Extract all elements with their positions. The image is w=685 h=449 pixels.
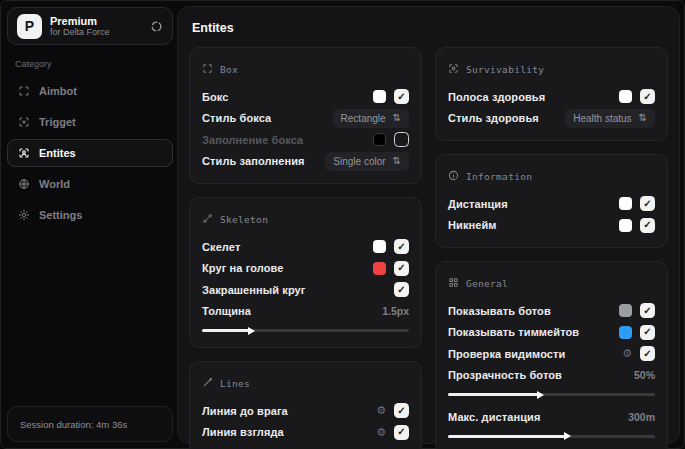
session-duration-text: Session duration: 4m 36s (20, 419, 127, 430)
group-skeleton-header: Skeleton (202, 210, 409, 228)
sidebar-nav: Aimbot Trigget Entites (7, 77, 173, 229)
setting-row-box: Бокс ✓ (202, 86, 409, 108)
dropdown-value: Rectangle (341, 113, 386, 124)
setting-label: Стиль заполнения (202, 155, 305, 167)
refresh-icon[interactable] (150, 20, 163, 33)
group-lines: Lines Линия до врага ⚙ ✓ Линия взгляда ⚙ (189, 361, 422, 449)
check-icon: ✓ (397, 406, 405, 416)
health-style-dropdown[interactable]: Health status ⇅ (565, 109, 655, 128)
slider-thumb[interactable] (537, 391, 544, 399)
dropdown-value: Health status (573, 113, 631, 124)
sidebar-item-entites[interactable]: Entites (7, 139, 173, 167)
main-panel: Entites Box Бокс (177, 6, 680, 444)
checkbox[interactable]: ✓ (640, 89, 655, 104)
box-style-dropdown[interactable]: Rectangle ⇅ (333, 109, 409, 128)
sidebar-item-world[interactable]: World (7, 170, 173, 198)
chevron-updown-icon: ⇅ (393, 156, 401, 166)
setting-label: Бокс (202, 91, 229, 103)
color-swatch[interactable] (619, 197, 632, 210)
color-swatch[interactable] (373, 90, 386, 103)
setting-row-max-distance: Макс. дистанция 300m (448, 406, 655, 428)
setting-label: Круг на голове (202, 262, 283, 274)
sidebar-item-aimbot[interactable]: Aimbot (7, 77, 173, 105)
setting-label: Показывать ботов (448, 305, 551, 317)
color-swatch[interactable] (373, 240, 386, 253)
checkbox[interactable]: ✓ (640, 303, 655, 318)
color-swatch[interactable] (619, 90, 632, 103)
checkbox[interactable]: ✓ (640, 218, 655, 233)
check-icon: ✓ (643, 306, 651, 316)
checkbox[interactable]: ✓ (394, 132, 409, 147)
checkbox[interactable]: ✓ (640, 346, 655, 361)
setting-row-enemy-line: Линия до врага ⚙ ✓ (202, 400, 409, 422)
scan-dot-icon (448, 60, 459, 78)
fill-style-dropdown[interactable]: Single color ⇅ (325, 152, 409, 171)
setting-label: Стиль здоровья (448, 112, 539, 124)
slider-value: 1.5px (382, 305, 409, 317)
sidebar-item-trigget[interactable]: Trigget (7, 108, 173, 136)
setting-row-head-circle: Круг на голове ✓ (202, 258, 409, 280)
bot-opacity-slider[interactable] (448, 393, 655, 396)
group-skeleton: Skeleton Скелет ✓ Круг на голове ✓ (189, 197, 422, 348)
gear-icon[interactable]: ⚙ (376, 405, 386, 416)
check-icon: ✓ (397, 285, 405, 295)
checkbox[interactable]: ✓ (394, 261, 409, 276)
brand-title: Premium (50, 15, 142, 28)
checkbox[interactable]: ✓ (394, 425, 409, 440)
group-title: Skeleton (220, 214, 268, 225)
grid-icon (448, 274, 459, 292)
checkbox[interactable]: ✓ (394, 239, 409, 254)
setting-row-box-style: Стиль бокса Rectangle ⇅ (202, 108, 409, 130)
check-icon: ✓ (643, 92, 651, 102)
dropdown-value: Single color (333, 156, 385, 167)
check-icon: ✓ (643, 220, 651, 230)
session-duration: Session duration: 4m 36s (7, 406, 173, 442)
right-column: Survivability Полоса здоровья ✓ Стиль зд… (435, 47, 668, 449)
checkbox[interactable]: ✓ (394, 89, 409, 104)
slider-thumb[interactable] (564, 432, 571, 440)
brand-subtitle: for Delta Force (50, 27, 142, 37)
sidebar-item-label: Settings (39, 209, 82, 221)
group-general: General Показывать ботов ✓ Показывать ти… (435, 261, 668, 449)
setting-row-filled-circle: Закрашенный круг ✓ (202, 279, 409, 301)
app-window: P Premium for Delta Force Category Aimbo… (0, 0, 685, 449)
max-distance-slider[interactable] (448, 435, 655, 438)
checkbox[interactable]: ✓ (394, 282, 409, 297)
group-title: Lines (220, 378, 250, 389)
brand-logo: P (17, 14, 42, 39)
setting-label: Заполнение бокса (202, 134, 303, 146)
color-swatch[interactable] (373, 262, 386, 275)
checkbox[interactable]: ✓ (394, 403, 409, 418)
gear-icon[interactable]: ⚙ (622, 348, 632, 359)
category-label: Category (15, 59, 173, 69)
sidebar-item-label: Aimbot (39, 85, 77, 97)
setting-label: Прозрачность ботов (448, 369, 562, 381)
check-icon: ✓ (643, 349, 651, 359)
thickness-slider[interactable] (202, 329, 409, 332)
sidebar: P Premium for Delta Force Category Aimbo… (7, 7, 173, 442)
setting-row-show-bots: Показывать ботов ✓ (448, 300, 655, 322)
setting-row-visibility-check: Проверка видимости ⚙ ✓ (448, 343, 655, 365)
page-title: Entites (192, 21, 668, 35)
setting-label: Стиль бокса (202, 112, 271, 124)
group-box-header: Box (202, 60, 409, 78)
sidebar-item-settings[interactable]: Settings (7, 201, 173, 229)
checkbox[interactable]: ✓ (640, 325, 655, 340)
gear-icon[interactable]: ⚙ (376, 427, 386, 438)
color-swatch[interactable] (373, 133, 386, 146)
brand-card: P Premium for Delta Force (7, 7, 173, 45)
slider-thumb[interactable] (248, 327, 255, 335)
check-icon: ✓ (397, 92, 405, 102)
check-icon: ✓ (643, 199, 651, 209)
color-swatch[interactable] (619, 219, 632, 232)
columns: Box Бокс ✓ Стиль бокса Rectangle ⇅ (189, 47, 668, 449)
bone-icon (202, 210, 213, 228)
setting-label: Закрашенный круг (202, 284, 306, 296)
color-swatch[interactable] (619, 326, 632, 339)
color-swatch[interactable] (619, 304, 632, 317)
setting-label: Дистанция (448, 198, 508, 210)
checkbox[interactable]: ✓ (640, 196, 655, 211)
group-survivability-header: Survivability (448, 60, 655, 78)
setting-row-thickness: Толщина 1.5px (202, 301, 409, 323)
setting-label: Макс. дистанция (448, 411, 540, 423)
